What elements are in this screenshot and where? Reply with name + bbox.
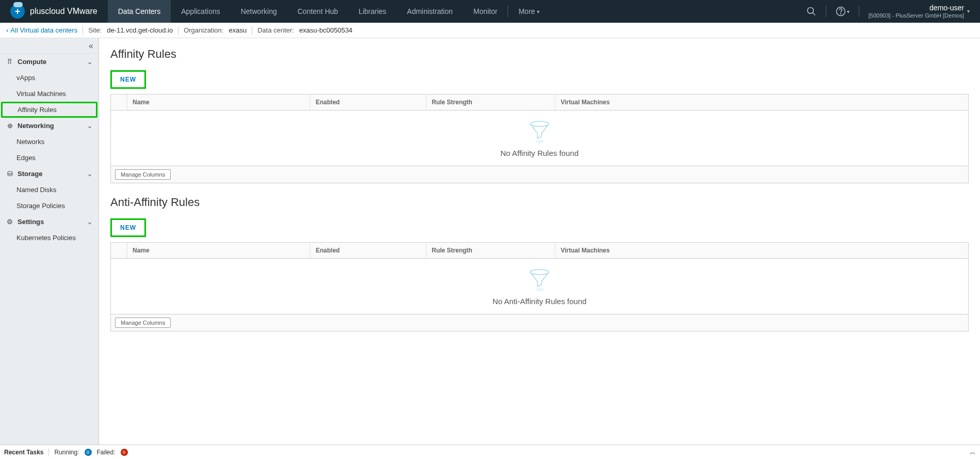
sidebar-item-edges[interactable]: Edges — [0, 150, 99, 166]
th-enabled[interactable]: Enabled — [311, 94, 427, 110]
empty-state: No Affinity Rules found — [111, 110, 968, 166]
th-enabled[interactable]: Enabled — [311, 243, 427, 258]
recent-tasks-label[interactable]: Recent Tasks — [4, 449, 43, 456]
storage-icon: ⛁ — [6, 170, 13, 178]
chevron-down-icon: ▾ — [847, 9, 850, 14]
search-icon[interactable] — [806, 6, 816, 17]
nav-tab-data-centers[interactable]: Data Centers — [108, 0, 171, 23]
sidebar-item-kubernetes-policies[interactable]: Kubernetes Policies — [0, 230, 99, 246]
collapse-icon: « — [89, 41, 93, 51]
user-name: demo-user — [929, 4, 964, 12]
breadcrumb-back[interactable]: ‹ All Virtual data centers — [6, 26, 77, 34]
table-header: Name Enabled Rule Strength Virtual Machi… — [111, 94, 968, 110]
sidebar-head-networking[interactable]: ⊕ Networking ⌄ — [0, 118, 99, 134]
status-separator — [48, 448, 49, 456]
header-separator — [826, 6, 826, 17]
sidebar-head-storage[interactable]: ⛁ Storage ⌄ — [0, 166, 99, 182]
status-bar: Recent Tasks Running: 0 Failed: 0 ︽ — [0, 445, 980, 459]
bc-dc-value: exasu-bc0050534 — [299, 26, 352, 34]
main-area: « ⠿ Compute ⌄ vApps Virtual Machines Aff… — [0, 38, 980, 445]
bc-dc-label: Data center: — [257, 26, 294, 34]
user-menu[interactable]: demo-user [500903] - PlusServer GmbH [De… — [869, 4, 970, 19]
sidebar: « ⠿ Compute ⌄ vApps Virtual Machines Aff… — [0, 38, 99, 445]
breadcrumb-back-label: All Virtual data centers — [10, 26, 77, 34]
sidebar-section-compute: ⠿ Compute ⌄ vApps Virtual Machines Affin… — [0, 54, 99, 118]
bc-site-label: Site: — [88, 26, 102, 34]
new-anti-affinity-button[interactable]: NEW — [113, 221, 143, 234]
breadcrumb-separator — [178, 26, 178, 35]
sidebar-item-affinity-rules[interactable]: Affinity Rules — [1, 102, 97, 118]
sidebar-label-settings: Settings — [18, 218, 44, 226]
nav-tab-more[interactable]: More ▾ — [508, 0, 550, 23]
empty-state: No Anti-Affinity Rules found — [111, 259, 968, 314]
th-checkbox[interactable] — [111, 94, 127, 110]
th-strength[interactable]: Rule Strength — [427, 243, 556, 258]
new-button-highlight: NEW — [110, 70, 146, 89]
chevron-left-icon: ‹ — [6, 26, 8, 34]
manage-columns-button[interactable]: Manage Columns — [115, 169, 171, 180]
chevron-down-icon: ⌄ — [87, 58, 92, 66]
anti-affinity-table: Name Enabled Rule Strength Virtual Machi… — [110, 242, 969, 331]
nav-tab-content-hub[interactable]: Content Hub — [287, 0, 349, 23]
sidebar-label-storage: Storage — [18, 170, 42, 178]
th-vm[interactable]: Virtual Machines — [556, 94, 968, 110]
nav-tab-libraries[interactable]: Libraries — [348, 0, 397, 23]
sidebar-item-storage-policies[interactable]: Storage Policies — [0, 198, 99, 214]
sidebar-item-virtual-machines[interactable]: Virtual Machines — [0, 86, 99, 102]
affinity-rules-section: Affinity Rules NEW Name Enabled Rule Str… — [110, 48, 969, 183]
manage-columns-button[interactable]: Manage Columns — [115, 318, 171, 328]
brand-text: pluscloud VMware — [30, 7, 97, 16]
bc-site-value: de-11.vcd.get-cloud.io — [107, 26, 173, 34]
running-count-badge: 0 — [85, 449, 92, 456]
header-right: ▾ demo-user [500903] - PlusServer GmbH [… — [806, 0, 980, 23]
user-org: [500903] - PlusServer GmbH [Demos] — [869, 12, 964, 19]
th-strength[interactable]: Rule Strength — [427, 94, 556, 110]
failed-count-badge: 0 — [121, 449, 128, 456]
sidebar-head-compute[interactable]: ⠿ Compute ⌄ — [0, 54, 99, 70]
header-separator-2 — [859, 6, 859, 17]
sidebar-head-settings[interactable]: ⚙ Settings ⌄ — [0, 214, 99, 230]
sidebar-section-settings: ⚙ Settings ⌄ Kubernetes Policies — [0, 214, 99, 246]
nav-tab-monitor[interactable]: Monitor — [463, 0, 508, 23]
grid-icon: ⠿ — [6, 58, 13, 66]
chevron-down-icon: ▾ — [537, 9, 540, 14]
running-label: Running: — [54, 449, 79, 456]
nav-tabs: Data Centers Applications Networking Con… — [108, 0, 550, 23]
table-footer: Manage Columns — [111, 166, 968, 183]
breadcrumb-bar: ‹ All Virtual data centers Site: de-11.v… — [0, 23, 980, 38]
empty-text: No Anti-Affinity Rules found — [493, 297, 586, 306]
top-header: + pluscloud VMware Data Centers Applicat… — [0, 0, 980, 23]
chevron-down-icon: ⌄ — [87, 218, 92, 226]
expand-tasks-icon[interactable]: ︽ — [970, 448, 976, 456]
th-name[interactable]: Name — [127, 243, 311, 258]
empty-text: No Affinity Rules found — [500, 149, 578, 157]
brand-area[interactable]: + pluscloud VMware — [0, 0, 108, 23]
page-title-affinity: Affinity Rules — [110, 48, 969, 61]
chevron-down-icon: ⌄ — [87, 170, 92, 178]
sidebar-item-vapps[interactable]: vApps — [0, 70, 99, 86]
svg-point-7 — [536, 289, 543, 291]
sidebar-item-named-disks[interactable]: Named Disks — [0, 182, 99, 198]
sidebar-section-networking: ⊕ Networking ⌄ Networks Edges — [0, 118, 99, 166]
breadcrumb-separator — [252, 26, 252, 35]
failed-label: Failed: — [97, 449, 116, 456]
th-checkbox[interactable] — [111, 243, 127, 258]
th-vm[interactable]: Virtual Machines — [556, 243, 968, 258]
svg-line-1 — [812, 13, 815, 15]
table-header: Name Enabled Rule Strength Virtual Machi… — [111, 243, 968, 259]
nav-tab-administration[interactable]: Administration — [397, 0, 463, 23]
sidebar-collapse[interactable]: « — [0, 38, 99, 54]
help-icon[interactable]: ▾ — [836, 6, 850, 17]
bc-org-value: exasu — [228, 26, 247, 34]
nav-tab-applications[interactable]: Applications — [171, 0, 231, 23]
new-button-highlight-2: NEW — [110, 218, 146, 237]
sidebar-item-networks[interactable]: Networks — [0, 134, 99, 150]
new-affinity-button[interactable]: NEW — [113, 73, 143, 86]
nav-tab-networking[interactable]: Networking — [231, 0, 287, 23]
content-area: Affinity Rules NEW Name Enabled Rule Str… — [99, 38, 980, 445]
sidebar-label-compute: Compute — [18, 58, 46, 66]
svg-point-4 — [530, 121, 549, 126]
sidebar-section-storage: ⛁ Storage ⌄ Named Disks Storage Policies — [0, 166, 99, 214]
nav-more-label: More — [518, 7, 535, 15]
th-name[interactable]: Name — [127, 94, 311, 110]
